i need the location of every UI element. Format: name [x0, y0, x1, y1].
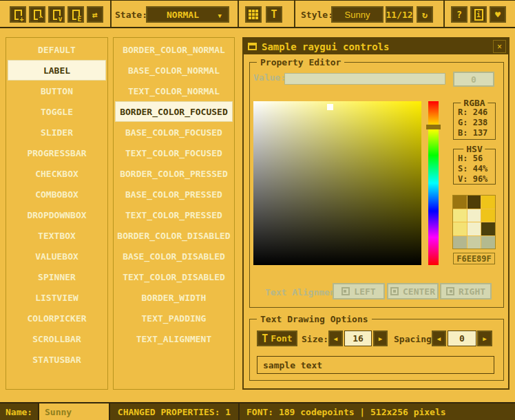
- color-picker-sv-panel[interactable]: [253, 101, 421, 265]
- style-name-button[interactable]: Sunny: [331, 6, 383, 23]
- palette-color-cell[interactable]: [453, 196, 467, 209]
- properties-list-item[interactable]: TEXT_COLOR_FOCUSED: [115, 143, 233, 163]
- font-button-label: Font: [271, 333, 292, 344]
- size-decrease-button[interactable]: ◀: [328, 330, 343, 346]
- style-color-palette: [452, 195, 496, 249]
- align-center-icon: [390, 287, 399, 295]
- font-button[interactable]: T Font: [257, 330, 297, 346]
- hex-color-textbox[interactable]: F6EE89F: [453, 253, 495, 264]
- controls-list-item[interactable]: LISTVIEW: [8, 287, 106, 308]
- hsv-value-row: H: 56: [458, 154, 495, 164]
- export-style-button[interactable]: E: [67, 6, 84, 23]
- reload-style-button[interactable]: ↻: [417, 6, 433, 23]
- rgba-group-label: RGBA: [461, 98, 487, 108]
- controls-list-item[interactable]: CHECKBOX: [8, 163, 106, 184]
- controls-list-item[interactable]: DEFAULT: [8, 39, 106, 60]
- window-icon: [248, 43, 257, 50]
- state-label: State:: [115, 10, 147, 20]
- style-name-status-label: Name:: [0, 403, 39, 420]
- controls-list-item[interactable]: SCROLLBAR: [8, 328, 106, 349]
- palette-color-cell[interactable]: [453, 222, 467, 235]
- state-dropdown[interactable]: NORMAL ▼: [146, 6, 229, 23]
- palette-color-cell[interactable]: [481, 196, 495, 209]
- help-button[interactable]: ?: [451, 6, 467, 23]
- controls-list-item[interactable]: LABEL: [8, 60, 106, 81]
- align-right-icon: [446, 287, 454, 295]
- text-edit-button[interactable]: T: [266, 6, 282, 23]
- palette-color-cell[interactable]: [453, 209, 467, 222]
- changed-properties-status: CHANGED PROPERTIES: 1: [110, 403, 240, 420]
- properties-list-item[interactable]: TEXT_COLOR_DISABLED: [115, 266, 233, 287]
- sponsor-button[interactable]: ♥: [490, 6, 506, 23]
- rguistyler-app: + ^ v E ⇄ State: NORMAL ▼ T Style: Sunny…: [0, 0, 515, 420]
- controls-list-item[interactable]: COLORPICKER: [8, 308, 106, 328]
- controls-list-item[interactable]: VALUEBOX: [8, 246, 106, 266]
- spacing-increase-button[interactable]: ▶: [477, 330, 492, 346]
- palette-color-cell[interactable]: [467, 209, 481, 222]
- sample-controls-window: Sample raygui controls × Property Editor…: [242, 37, 509, 390]
- controls-list-item[interactable]: STATUSBAR: [8, 349, 106, 370]
- size-valuebox[interactable]: 16: [344, 330, 372, 346]
- palette-color-cell[interactable]: [481, 209, 495, 222]
- hue-bar[interactable]: [428, 101, 439, 265]
- save-style-button[interactable]: v: [48, 6, 65, 23]
- properties-list-item[interactable]: BASE_COLOR_DISABLED: [115, 246, 233, 266]
- properties-list-item[interactable]: TEXT_COLOR_NORMAL: [115, 81, 233, 101]
- sample-text-textbox[interactable]: sample text: [257, 356, 494, 374]
- palette-color-cell[interactable]: [467, 222, 481, 235]
- shuffle-icon: ⇄: [92, 10, 98, 20]
- properties-list-item[interactable]: TEXT_ALIGNMENT: [115, 328, 233, 349]
- about-button[interactable]: i: [470, 6, 487, 23]
- controls-list-item[interactable]: SPINNER: [8, 266, 106, 287]
- info-icon: i: [474, 9, 483, 21]
- value-valuebox: 0: [453, 72, 494, 87]
- properties-list-item[interactable]: BASE_COLOR_FOCUSED: [115, 122, 233, 143]
- load-style-button[interactable]: ^: [29, 6, 45, 23]
- arrow-right-icon: ▶: [483, 335, 486, 342]
- spacing-valuebox[interactable]: 0: [448, 330, 476, 346]
- controls-list-item[interactable]: BUTTON: [8, 81, 106, 101]
- font-info-status: FONT: 189 codepoints | 512x256 pixels: [240, 403, 515, 420]
- palette-color-cell[interactable]: [467, 236, 481, 249]
- controls-list-item[interactable]: COMBOBOX: [8, 184, 106, 204]
- window-titlebar[interactable]: Sample raygui controls: [244, 39, 508, 54]
- window-close-button[interactable]: ×: [493, 40, 506, 53]
- properties-list-item[interactable]: BORDER_COLOR_PRESSED: [115, 163, 233, 184]
- properties-list-item[interactable]: BORDER_COLOR_DISABLED: [115, 225, 233, 246]
- controls-list-item[interactable]: DROPDOWNBOX: [8, 204, 106, 225]
- align-right-button-label: RIGHT: [459, 286, 485, 297]
- style-name-textbox[interactable]: Sunny: [39, 403, 110, 420]
- align-center-button: CENTER: [387, 283, 439, 300]
- spacing-decrease-button[interactable]: ◀: [432, 330, 446, 346]
- text-drawing-options-group-label: Text Drawing Options: [257, 314, 372, 324]
- state-dropdown-value: NORMAL: [167, 10, 199, 20]
- toolbar-separator: [294, 1, 295, 27]
- random-style-button[interactable]: ⇄: [87, 6, 103, 23]
- toolbar-separator: [443, 1, 445, 27]
- controls-list-item[interactable]: SLIDER: [8, 122, 106, 143]
- properties-list-item[interactable]: TEXT_PADDING: [115, 308, 233, 328]
- palette-color-cell[interactable]: [467, 196, 481, 209]
- palette-color-cell[interactable]: [453, 236, 467, 249]
- properties-list-item[interactable]: BORDER_WIDTH: [115, 287, 233, 308]
- properties-list-item[interactable]: BASE_COLOR_NORMAL: [115, 60, 233, 81]
- palette-color-cell[interactable]: [481, 236, 495, 249]
- controls-list-item[interactable]: TOGGLE: [8, 101, 106, 122]
- new-style-button[interactable]: +: [10, 6, 26, 23]
- controls-list-item[interactable]: TEXTBOX: [8, 225, 106, 246]
- heart-icon: ♥: [495, 10, 501, 20]
- grid-toggle-button[interactable]: [245, 6, 262, 23]
- properties-list-item[interactable]: BASE_COLOR_PRESSED: [115, 184, 233, 204]
- properties-list-item[interactable]: BORDER_COLOR_NORMAL: [115, 39, 233, 60]
- controls-list-item[interactable]: PROGRESSBAR: [8, 143, 106, 163]
- rgba-value-row: R: 246: [458, 107, 495, 118]
- properties-list-item[interactable]: TEXT_COLOR_PRESSED: [115, 204, 233, 225]
- palette-color-cell[interactable]: [481, 222, 495, 235]
- align-right-button: RIGHT: [440, 283, 492, 300]
- file-export-icon: E: [72, 10, 80, 20]
- size-increase-button[interactable]: ▶: [373, 330, 388, 346]
- hue-bar-handle[interactable]: [426, 125, 441, 129]
- color-picker-cursor[interactable]: [327, 104, 333, 110]
- properties-list-item[interactable]: BORDER_COLOR_FOCUSED: [115, 101, 233, 122]
- font-icon: T: [262, 333, 268, 345]
